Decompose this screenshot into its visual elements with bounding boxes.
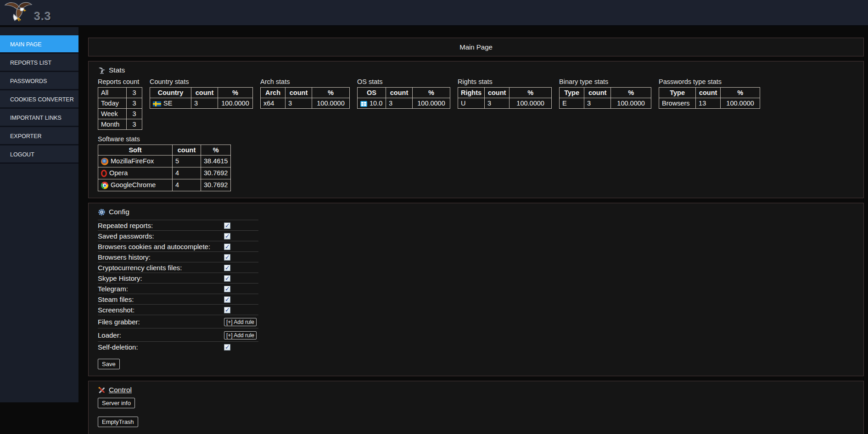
table-row: 10.0 3 100.0000	[358, 98, 450, 109]
table-header-row: OS count %	[358, 88, 450, 98]
software-stats-table: Soft count % MozillaFireFox 5 38.4615 Op…	[98, 145, 231, 191]
passwords-count: 13	[696, 98, 721, 109]
reports-row-label: Month	[98, 119, 127, 130]
os-pct: 100.0000	[413, 98, 450, 109]
rights-label: U	[458, 98, 485, 109]
config-label: Saved passwords:	[98, 232, 224, 240]
sidebar: MAIN PAGE REPORTS LIST PASSWORDS COOKIES…	[0, 27, 78, 402]
software-stats-title: Software stats	[98, 135, 854, 143]
saved-passwords-checkbox[interactable]	[224, 233, 230, 239]
country-pct: 100.0000	[218, 98, 253, 109]
reports-row-value: 3	[127, 119, 142, 130]
os-stats-block: OS stats OS count % 10.0 3 100.0000	[357, 78, 450, 109]
table-row: Today 3	[98, 98, 142, 109]
reports-count-block: Reports count All 3 Today 3 Week 3 Month…	[98, 78, 142, 130]
country-stats-title: Country stats	[150, 78, 253, 85]
self-deletion-checkbox[interactable]	[224, 344, 230, 351]
config-row-self-deletion: Self-deletion:	[98, 342, 258, 352]
config-panel: Config Repeated reports: Saved passwords…	[88, 203, 864, 376]
gear-icon	[98, 208, 106, 216]
windows-icon	[360, 101, 367, 107]
config-row-browsers-history: Browsers history:	[98, 252, 258, 262]
arch-stats-table: Arch count % x64 3 100.0000	[260, 87, 350, 109]
binary-pct: 100.0000	[611, 98, 651, 109]
os-stats-table: OS count % 10.0 3 100.0000	[357, 87, 450, 109]
control-button-row: Server info	[98, 398, 854, 408]
table-row: U 3 100.0000	[458, 98, 552, 109]
cryptocurrency-checkbox[interactable]	[224, 265, 230, 271]
config-label: Cryptocurrency clients files:	[98, 264, 224, 272]
steam-files-checkbox[interactable]	[224, 296, 230, 303]
table-row: Opera 4 30.7692	[98, 167, 231, 179]
software-count: 4	[173, 179, 201, 191]
software-pct: 38.4615	[201, 156, 231, 167]
config-rows: Repeated reports: Saved passwords: Brows…	[98, 220, 258, 352]
config-label: Browsers history:	[98, 253, 224, 261]
browsers-history-checkbox[interactable]	[224, 254, 230, 261]
software-count: 5	[173, 156, 201, 167]
rights-count: 3	[485, 98, 510, 109]
sidebar-item-reports-list[interactable]: REPORTS LIST	[0, 54, 78, 72]
repeated-reports-checkbox[interactable]	[224, 223, 230, 229]
table-row: Month 3	[98, 119, 142, 130]
table-header-row: Soft count %	[98, 145, 231, 156]
chrome-icon	[101, 182, 108, 189]
arch-count: 3	[286, 98, 312, 109]
sidebar-item-passwords[interactable]: PASSWORDS	[0, 72, 78, 90]
control-heading: Control	[98, 386, 854, 394]
software-label: MozillaFireFox	[111, 157, 154, 165]
screenshot-checkbox[interactable]	[224, 307, 230, 313]
rights-pct: 100.0000	[510, 98, 552, 109]
config-row-screenshot: Screenshot:	[98, 305, 258, 315]
telegram-checkbox[interactable]	[224, 286, 230, 292]
config-row-files-grabber: Files grabber: [+] Add rule	[98, 315, 258, 328]
config-label: Self-deletion:	[98, 343, 224, 351]
passwords-type-stats-title: Passwords type stats	[659, 78, 760, 85]
binary-type-stats-table: Type count % E 3 100.0000	[559, 87, 651, 109]
reports-row-label: Today	[98, 98, 127, 109]
rights-stats-table: Rights count % U 3 100.0000	[458, 87, 552, 109]
arch-stats-block: Arch stats Arch count % x64 3 100.0000	[260, 78, 350, 109]
table-row: GoogleChrome 4 30.7692	[98, 179, 231, 191]
sidebar-item-main-page[interactable]: MAIN PAGE	[0, 35, 78, 54]
config-label: Screenshot:	[98, 306, 224, 314]
skype-history-checkbox[interactable]	[224, 275, 230, 282]
reports-row-value: 3	[127, 98, 142, 109]
table-row: SE 3 100.0000	[150, 98, 253, 109]
country-label: SE	[163, 100, 172, 107]
control-button-row: EmptyTrash	[98, 417, 854, 427]
reports-count-title: Reports count	[98, 78, 142, 85]
sidebar-item-important-links[interactable]: IMPORTANT LINKS	[0, 109, 78, 127]
eagle-statue-icon	[98, 67, 106, 74]
flag-se-icon	[153, 101, 161, 106]
country-count: 3	[191, 98, 218, 109]
config-label: Loader:	[98, 331, 224, 339]
loader-add-rule-button[interactable]: [+] Add rule	[224, 331, 257, 339]
software-pct: 30.7692	[201, 167, 231, 179]
firefox-icon	[101, 158, 108, 165]
config-label: Repeated reports:	[98, 222, 224, 229]
main-content: Main Page Stats Reports count All	[88, 38, 864, 434]
table-header-row: Type count %	[659, 88, 760, 98]
table-row: All 3	[98, 88, 142, 98]
page-title: Main Page	[459, 43, 493, 51]
empty-trash-button[interactable]: EmptyTrash	[98, 417, 138, 427]
binary-label: E	[560, 98, 584, 109]
binary-type-stats-block: Binary type stats Type count % E 3 100.0…	[559, 78, 651, 109]
software-label: GoogleChrome	[111, 181, 156, 189]
sidebar-item-exporter[interactable]: EXPORTER	[0, 127, 78, 145]
config-row-browsers-cookies: Browsers cookies and autocomplete:	[98, 241, 258, 252]
config-row-skype-history: Skype History:	[98, 273, 258, 284]
control-title[interactable]: Control	[109, 386, 132, 394]
reports-row-value: 3	[127, 88, 142, 98]
save-button[interactable]: Save	[98, 359, 120, 369]
reports-row-value: 3	[127, 109, 142, 119]
server-info-button[interactable]: Server info	[98, 398, 135, 408]
config-label: Steam files:	[98, 295, 224, 303]
software-stats-block: Software stats Soft count % MozillaFireF…	[98, 135, 854, 191]
files-grabber-add-rule-button[interactable]: [+] Add rule	[224, 318, 257, 326]
sidebar-item-cookies-converter[interactable]: COOKIES CONVERTER	[0, 90, 78, 109]
arch-pct: 100.0000	[312, 98, 350, 109]
sidebar-item-logout[interactable]: LOGOUT	[0, 145, 78, 164]
browsers-cookies-checkbox[interactable]	[224, 244, 230, 250]
